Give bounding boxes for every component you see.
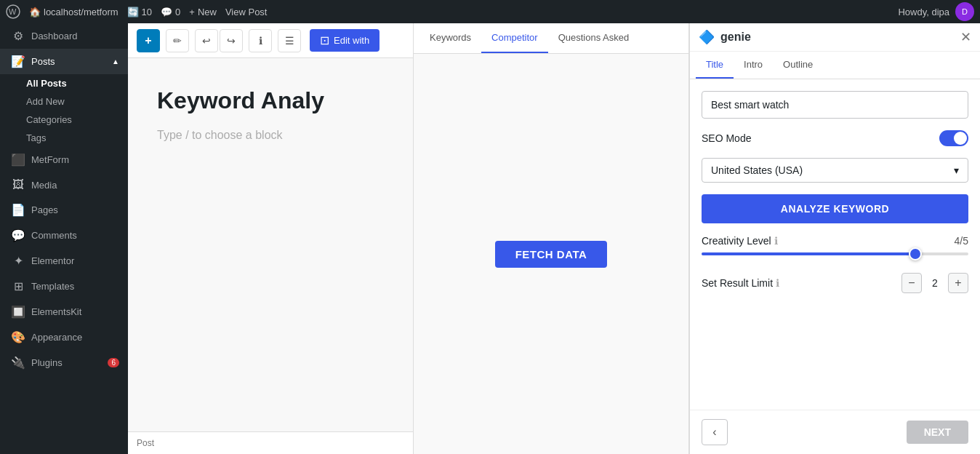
sidebar-item-plugins[interactable]: 🔌 Plugins 6 bbox=[0, 350, 128, 375]
right-panel-header: 🔷 genie ✕ bbox=[690, 23, 980, 52]
editor-content[interactable]: Keyword Analy Type / to choose a block bbox=[128, 58, 413, 431]
slider-track bbox=[702, 252, 968, 255]
close-panel-button[interactable]: ✕ bbox=[960, 29, 971, 45]
edit-with-icon: ⊡ bbox=[320, 33, 329, 47]
sidebar-item-label: Posts bbox=[31, 56, 55, 67]
svg-text:W: W bbox=[9, 7, 17, 16]
sidebar-item-comments[interactable]: 💬 Comments bbox=[0, 223, 128, 248]
chevron-down-icon: ▾ bbox=[954, 164, 959, 176]
add-block-button[interactable]: + bbox=[137, 29, 160, 52]
country-select[interactable]: United States (USA) ▾ bbox=[702, 158, 968, 183]
admin-bar: W 🏠 localhost/metform 🔄 10 💬 0 + New Vie… bbox=[0, 0, 980, 23]
post-title[interactable]: Keyword Analy bbox=[157, 87, 384, 114]
sidebar-item-label: MetForm bbox=[31, 154, 69, 165]
fetch-data-button[interactable]: FETCH DATA bbox=[495, 241, 608, 268]
next-button[interactable]: NEXT bbox=[907, 421, 968, 444]
tab-keywords[interactable]: Keywords bbox=[419, 23, 481, 53]
info-icon: ℹ bbox=[259, 35, 262, 47]
sidebar-sub-categories[interactable]: Categories bbox=[0, 111, 128, 129]
sidebar-item-label: Templates bbox=[31, 281, 74, 292]
pages-icon: 📄 bbox=[11, 203, 25, 217]
avatar[interactable]: D bbox=[955, 2, 974, 21]
panel-tabs: Keywords Competitor Questions Asked bbox=[414, 23, 688, 54]
comments-icon: 💬 bbox=[161, 7, 172, 17]
new-link[interactable]: + New bbox=[189, 7, 217, 17]
info-button[interactable]: ℹ bbox=[249, 29, 272, 52]
edit-with-button[interactable]: ⊡ Edit with bbox=[310, 29, 379, 52]
right-panel-body: SEO Mode United States (USA) ▾ ANALYZE K… bbox=[690, 79, 980, 410]
bottom-nav: ‹ NEXT bbox=[690, 410, 980, 454]
comments-link[interactable]: 💬 0 bbox=[161, 7, 180, 17]
tab-intro[interactable]: Intro bbox=[734, 52, 773, 79]
tab-competitor[interactable]: Competitor bbox=[481, 23, 548, 53]
panel-body: FETCH DATA bbox=[414, 54, 688, 454]
right-panel: 🔷 genie ✕ Title Intro Outline SEO Mode U… bbox=[689, 23, 980, 454]
sidebar: ⚙ Dashboard 📝 Posts ▲ All Posts Add New … bbox=[0, 23, 128, 454]
home-icon: 🏠 bbox=[29, 7, 41, 17]
media-icon: 🖼 bbox=[11, 178, 25, 191]
sidebar-item-templates[interactable]: ⊞ Templates bbox=[0, 274, 128, 299]
comments-sidebar-icon: 💬 bbox=[11, 228, 25, 242]
view-post-link[interactable]: View Post bbox=[225, 7, 268, 17]
increment-button[interactable]: + bbox=[948, 273, 968, 293]
decrement-button[interactable]: − bbox=[901, 273, 922, 293]
sidebar-item-dashboard[interactable]: ⚙ Dashboard bbox=[0, 23, 128, 49]
middle-panel: Keywords Competitor Questions Asked FETC… bbox=[413, 23, 689, 454]
redo-button[interactable]: ↪ bbox=[220, 29, 243, 52]
slider-thumb[interactable] bbox=[909, 247, 922, 260]
plugins-icon: 🔌 bbox=[11, 356, 25, 370]
sidebar-item-label: Comments bbox=[31, 230, 77, 241]
updates-link[interactable]: 🔄 10 bbox=[127, 7, 152, 17]
sidebar-item-elementor[interactable]: ✦ Elementor bbox=[0, 248, 128, 274]
sidebar-item-metform[interactable]: ⬛ MetForm bbox=[0, 147, 128, 172]
creativity-slider[interactable] bbox=[702, 252, 968, 255]
metform-icon: ⬛ bbox=[11, 153, 25, 167]
elementskit-icon: 🔲 bbox=[11, 305, 25, 319]
sidebar-sub-tags[interactable]: Tags bbox=[0, 129, 128, 147]
right-tabs: Title Intro Outline bbox=[690, 52, 980, 79]
wp-logo-link[interactable]: W bbox=[6, 4, 20, 19]
tab-questions-asked[interactable]: Questions Asked bbox=[548, 23, 640, 53]
back-icon: ‹ bbox=[712, 426, 716, 439]
tab-title[interactable]: Title bbox=[696, 52, 734, 79]
back-button[interactable]: ‹ bbox=[702, 419, 728, 445]
post-footer: Post bbox=[128, 431, 413, 454]
sidebar-item-label: Media bbox=[31, 180, 57, 191]
sidebar-item-label: Elementor bbox=[31, 255, 74, 266]
seo-mode-toggle[interactable] bbox=[939, 130, 968, 146]
dashboard-icon: ⚙ bbox=[11, 29, 25, 43]
creativity-info-icon[interactable]: ℹ bbox=[774, 235, 778, 247]
list-view-button[interactable]: ☰ bbox=[278, 29, 301, 52]
templates-icon: ⊞ bbox=[11, 279, 25, 293]
site-name[interactable]: 🏠 localhost/metform bbox=[29, 7, 119, 17]
redo-icon: ↪ bbox=[227, 35, 236, 47]
result-limit-info-icon[interactable]: ℹ bbox=[776, 277, 779, 289]
howdy-label: Howdy, dipa bbox=[898, 7, 949, 17]
undo-button[interactable]: ↩ bbox=[195, 29, 218, 52]
editor-toolbar: + ✏ ↩ ↪ ℹ ☰ ⊡ Edit with bbox=[128, 23, 413, 58]
sidebar-item-posts[interactable]: 📝 Posts ▲ bbox=[0, 49, 128, 74]
close-icon: ✕ bbox=[960, 30, 971, 44]
keyword-input[interactable] bbox=[702, 91, 968, 119]
post-placeholder[interactable]: Type / to choose a block bbox=[157, 129, 384, 142]
sidebar-item-appearance[interactable]: 🎨 Appearance bbox=[0, 324, 128, 350]
sidebar-item-media[interactable]: 🖼 Media bbox=[0, 172, 128, 197]
genie-title: genie bbox=[720, 31, 955, 44]
analyze-keyword-button[interactable]: ANALYZE KEYWORD bbox=[702, 194, 968, 223]
slider-fill bbox=[702, 252, 915, 255]
creativity-row: Creativity Level ℹ 4/5 bbox=[702, 235, 968, 247]
counter-value: 2 bbox=[928, 277, 942, 289]
main-layout: ⚙ Dashboard 📝 Posts ▲ All Posts Add New … bbox=[0, 23, 980, 454]
sidebar-sub-all-posts[interactable]: All Posts bbox=[0, 74, 128, 92]
sidebar-item-pages[interactable]: 📄 Pages bbox=[0, 197, 128, 223]
counter-control: − 2 + bbox=[901, 273, 968, 293]
tab-outline[interactable]: Outline bbox=[773, 52, 823, 79]
edit-tool-button[interactable]: ✏ bbox=[166, 29, 189, 52]
elementor-icon: ✦ bbox=[11, 254, 25, 268]
undo-icon: ↩ bbox=[202, 35, 211, 47]
pencil-icon: ✏ bbox=[173, 35, 182, 47]
creativity-section: Creativity Level ℹ 4/5 bbox=[702, 235, 968, 261]
sidebar-sub-add-new[interactable]: Add New bbox=[0, 92, 128, 111]
sidebar-item-elementskit[interactable]: 🔲 ElementsKit bbox=[0, 299, 128, 324]
genie-logo-icon: 🔷 bbox=[699, 29, 715, 45]
